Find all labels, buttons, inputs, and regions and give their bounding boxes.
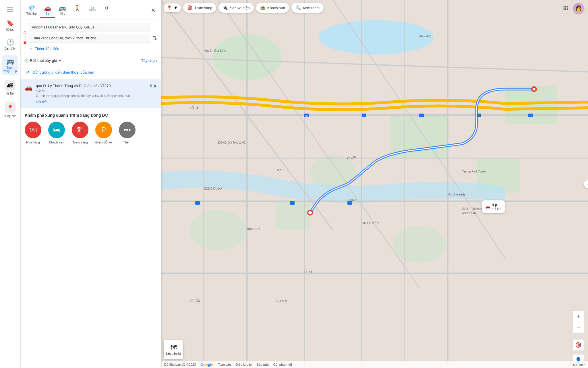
pill-gas[interactable]: ⛽ Trạm xăng <box>183 3 216 13</box>
explore-restaurant[interactable]: 🍽 Nhà hàng <box>25 122 41 144</box>
explore-section: Khám phá xung quanh Trạm xăng Đông Dư 🍽 … <box>20 108 161 149</box>
bike-icon: 🚲 <box>89 5 96 12</box>
gas-station-icon: ⛽ <box>187 5 193 10</box>
svg-rect-52 <box>290 201 295 205</box>
map-topbar: 📍 ▼ ⛽ Trạm xăng 🔌 Sạc xe điện 🏨 Khách sạ… <box>164 3 324 13</box>
best-icon: 💎 <box>28 5 35 12</box>
footer-report[interactable]: Báo mất <box>257 363 269 367</box>
sidebar-item-hunyen[interactable]: 📍 Hung Yên <box>2 100 18 120</box>
map-footer: Dữ liệu bản đồ ©2023 Google Toàn cầu Điề… <box>161 361 588 368</box>
layer-toggle-button[interactable]: 🗺 Lớp bản đồ <box>164 340 183 359</box>
more-icon: ••• <box>119 122 136 138</box>
add-stop-button[interactable]: ＋ Thêm điểm đến <box>29 45 150 53</box>
transport-best[interactable]: 💎 Tốt nhất <box>24 3 40 18</box>
route-car-icon: 🚗 <box>25 83 32 91</box>
main-panel: 💎 Tốt nhất 🚗 9 p 🚌 48 p 🚶 — 🚲 — ✈ — ✕ <box>20 0 161 368</box>
pill-ev-label: Sạc xe điện <box>230 6 249 10</box>
transport-plane-label: — <box>106 12 109 15</box>
map-background: Huyện Gia Lâm AN ĐÀO ĐÔ HÀ ĐÔNG DU THƯỢN… <box>161 0 588 368</box>
more-label: Thêm <box>123 141 131 144</box>
dot-mid-2 <box>25 37 26 38</box>
transport-car[interactable]: 🚗 9 p <box>40 3 55 18</box>
plane-icon: ✈ <box>105 5 110 12</box>
origin-input[interactable] <box>29 23 150 32</box>
svg-rect-53 <box>347 201 352 205</box>
transport-transit[interactable]: 🚌 48 p <box>55 3 70 18</box>
route-fields: ＋ Thêm điểm đến <box>29 23 150 53</box>
gas-label: Trạm xăng <box>72 141 88 144</box>
chevron-down-icon: ▼ <box>173 5 178 10</box>
depart-arrow-icon: ▼ <box>58 59 62 63</box>
svg-text:ocean park: ocean park <box>462 212 477 215</box>
footer-terms[interactable]: Điều khoản <box>235 363 252 367</box>
sidebar-item-hanoi[interactable]: 🏙 Hà Nội <box>2 78 18 98</box>
svg-text:HỒNG HÀ: HỒNG HÀ <box>247 227 260 231</box>
sidebar-item-saved[interactable]: 🔖 Đã lưu <box>2 17 18 34</box>
pill-hotel-label: Khách sạn <box>267 6 285 10</box>
route-detail-link[interactable]: Chi tiết <box>36 100 156 104</box>
profile-avatar[interactable]: 👩 <box>573 3 584 14</box>
route-status: Ở tình trạng giao thông hiện tại thì đây… <box>36 94 156 98</box>
route-inputs: ＋ Thêm điểm đến ⇅ <box>20 20 161 56</box>
sidebar-item-nearby[interactable]: 🕐 Gần đây <box>2 36 18 53</box>
car-icon: 🚗 <box>44 5 51 12</box>
transport-bike[interactable]: 🚲 — <box>85 3 100 18</box>
transport-bar: 💎 Tốt nhất 🚗 9 p 🚌 48 p 🚶 — 🚲 — ✈ — ✕ <box>20 0 161 20</box>
route-dots <box>24 31 26 44</box>
explore-gas[interactable]: ⛽ Trạm xăng <box>72 122 88 144</box>
dot-mid-3 <box>25 39 26 40</box>
explore-parking[interactable]: P Điểm đỗ xe <box>95 122 112 144</box>
pill-more[interactable]: 🔍 Xem thêm <box>291 3 324 13</box>
search-map-icon: 🔍 <box>295 5 301 10</box>
footer-feedback[interactable]: Gửi phản hồi <box>273 363 292 367</box>
route-option[interactable]: 🚗 qua Đ. Lý Thánh Tông và Đ. Giáp Hải/ĐT… <box>20 79 161 108</box>
svg-text:LÊ XÁ: LÊ XÁ <box>304 270 313 274</box>
transport-walk[interactable]: 🚶 — <box>70 3 85 18</box>
menu-button[interactable] <box>4 3 16 15</box>
close-button[interactable]: ✕ <box>149 5 157 16</box>
svg-point-5 <box>189 210 247 250</box>
swap-button[interactable]: ⇅ <box>152 34 157 41</box>
explore-hotel[interactable]: 🛏 Khách sạn <box>48 122 65 144</box>
explore-more[interactable]: ••• Thêm <box>119 122 136 144</box>
route-time: 9 p <box>150 83 156 88</box>
map-pills: ⛽ Trạm xăng 🔌 Sạc xe điện 🏨 Khách sạn 🔍 … <box>183 3 324 13</box>
svg-text:ĐÔNG DU HÀ: ĐÔNG DU HÀ <box>204 187 222 190</box>
plus-icon: ＋ <box>29 46 33 52</box>
apps-grid-button[interactable] <box>560 3 571 13</box>
depart-button[interactable]: 🕐 Rời khởi bây giờ ▼ <box>24 58 62 63</box>
sidebar-item-transit-label: Trạm xăng... 9 p <box>3 66 17 73</box>
bus-icon: 🚌 <box>6 57 14 65</box>
send-directions[interactable]: ↗ Gửi đường đi đến điện thoại của bạn <box>20 65 161 79</box>
pill-gas-label: Trạm xăng <box>194 6 212 10</box>
bookmark-icon: 🔖 <box>6 20 14 27</box>
pill-more-label: Xem thêm <box>303 6 320 10</box>
sidebar-item-hunyen-label: Hung Yên <box>4 114 16 118</box>
svg-rect-6 <box>276 201 310 230</box>
depart-label: Rời khởi bây giờ <box>30 58 57 63</box>
svg-text:ĐÔNG DU THƯỢNG: ĐÔNG DU THƯỢNG <box>218 141 246 144</box>
hotel-label: Khách sạn <box>49 141 64 144</box>
svg-text:DA TÔN: DA TÔN <box>189 299 200 302</box>
footer-worldwide[interactable]: Toàn cầu <box>218 363 231 367</box>
pill-hotel[interactable]: 🏨 Khách sạn <box>256 3 289 13</box>
zoom-out-button[interactable]: − <box>572 322 584 334</box>
pill-ev[interactable]: 🔌 Sạc xe điện <box>218 3 254 13</box>
destination-dot <box>24 41 26 44</box>
zoom-in-button[interactable]: + <box>572 310 584 322</box>
sidebar-item-nearby-label: Gần đây <box>5 47 16 51</box>
locate-me-button[interactable]: 🎯 <box>572 339 584 351</box>
options-bar: 🕐 Rời khởi bây giờ ▼ Tùy chọn <box>20 56 161 65</box>
destination-input[interactable] <box>29 34 150 43</box>
svg-rect-51 <box>195 201 200 205</box>
custom-button[interactable]: Tùy chọn <box>141 58 157 63</box>
transport-plane[interactable]: ✈ — <box>100 3 115 18</box>
svg-text:Vin University: Vin University <box>448 193 465 196</box>
map-area: Huyện Gia Lâm AN ĐÀO ĐÔ HÀ ĐÔNG DU THƯỢN… <box>161 0 588 368</box>
svg-rect-48 <box>419 114 424 117</box>
layers-icon: 🗺 <box>170 344 177 351</box>
parking-icon: P <box>95 122 112 138</box>
svg-rect-8 <box>505 86 557 124</box>
location-selector[interactable]: 📍 ▼ <box>164 3 181 12</box>
sidebar-item-transit[interactable]: 🚌 Trạm xăng... 9 p <box>2 55 18 75</box>
